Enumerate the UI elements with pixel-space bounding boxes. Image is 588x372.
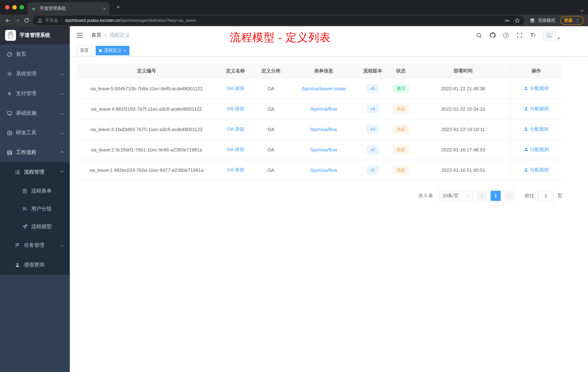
- chevron-up-icon: [61, 171, 64, 174]
- sidebar-item-process-management[interactable]: 流程管理: [0, 162, 70, 182]
- next-page-button[interactable]: ›: [504, 191, 514, 201]
- new-tab-button[interactable]: +: [114, 3, 122, 11]
- github-icon[interactable]: [489, 32, 496, 39]
- cell-definition-id: oa_leave:2:3c1f0ef1-76b1-11ec-9c66-a2380…: [77, 139, 216, 160]
- user-menu[interactable]: ▾: [543, 30, 560, 40]
- back-button[interactable]: [3, 16, 12, 25]
- sidebar-item-system[interactable]: 系统管理: [0, 64, 70, 84]
- sidebar-item-user-group[interactable]: 用户分组: [0, 200, 70, 218]
- annotation-text: 流程模型 - 定义列表: [230, 30, 331, 45]
- next-icon: ›: [509, 193, 510, 199]
- chrome-update-button[interactable]: 更新 ⋮: [560, 16, 584, 25]
- form-link[interactable]: /bpm/oa/flow: [310, 106, 337, 111]
- assign-rule-link[interactable]: 分配规则: [524, 126, 549, 132]
- pagination: 共 5 条 10条/页 ‹ 1 › 前往 页: [77, 191, 562, 201]
- cell-status: 激活: [386, 78, 416, 99]
- column-actions: 操作: [510, 64, 562, 78]
- definition-name-link[interactable]: OA 请假: [227, 126, 244, 132]
- chevron-down-icon: [581, 9, 584, 12]
- screen: 芋道管理系统 × + 不安全 dashboard.yudao.iocoder.c…: [0, 0, 588, 372]
- chevron-down-icon: [61, 131, 64, 134]
- tab-search-button[interactable]: [581, 6, 583, 13]
- sidebar-item-devtools[interactable]: 研发工具: [0, 123, 70, 143]
- cell-form-info: /bpm/oa/flow: [287, 160, 360, 180]
- reload-button[interactable]: [22, 16, 31, 25]
- password-key-icon[interactable]: [505, 18, 510, 23]
- assign-rule-link[interactable]: 分配规则: [524, 146, 549, 153]
- form-link[interactable]: /bpm/oa/flow: [310, 127, 337, 132]
- sidebar: 芋道管理系统 首页 系统管理 ¥ 支付管: [0, 26, 70, 372]
- tag-close-icon[interactable]: ×: [124, 48, 126, 53]
- prev-icon: ‹: [481, 193, 483, 199]
- cell-deploy-time: 2022-01-16 01:40:51: [416, 160, 510, 180]
- sidebar-toggle[interactable]: [76, 32, 83, 39]
- version-badge: v1: [367, 166, 378, 174]
- definition-name-link[interactable]: OA 请假: [227, 86, 244, 91]
- tab-close-icon[interactable]: ×: [103, 6, 106, 11]
- chevron-down-icon: [61, 72, 64, 76]
- cell-deploy-time: 2022-01-16 17:46:53: [416, 139, 510, 160]
- assign-rule-link[interactable]: 分配规则: [524, 167, 549, 173]
- definition-name-link[interactable]: OA 请假: [227, 167, 244, 173]
- header-actions: ? TT ▾: [476, 30, 560, 40]
- sidebar-item-workflow[interactable]: 工作流程: [0, 143, 70, 162]
- sidebar-item-payment[interactable]: ¥ 支付管理: [0, 84, 70, 103]
- tag-process-definition[interactable]: 流程定义 ×: [96, 46, 129, 55]
- sidebar-item-process-model[interactable]: 流程模型: [0, 218, 70, 236]
- sidebar-item-label: 首页: [16, 51, 26, 57]
- search-icon[interactable]: [476, 32, 483, 39]
- status-badge: 激活: [393, 84, 409, 93]
- cell-actions: 分配规则: [510, 139, 562, 160]
- cell-definition-name: OA 请假: [216, 78, 254, 99]
- font-size-icon[interactable]: TT: [529, 32, 537, 39]
- breadcrumb-separator: /: [105, 33, 106, 38]
- browser-menu-icon[interactable]: ⋮: [575, 18, 580, 23]
- sidebar-item-home[interactable]: 首页: [0, 44, 70, 64]
- assign-rule-link[interactable]: 分配规则: [524, 106, 549, 112]
- table-row: oa_leave:2:3c1f0ef1-76b1-11ec-9c66-a2380…: [77, 139, 562, 160]
- column-status: 状态: [386, 64, 416, 78]
- column-definition-category: 定义分类: [254, 64, 287, 78]
- zoom-window-button[interactable]: [20, 5, 24, 10]
- forward-button[interactable]: [12, 16, 22, 25]
- form-link[interactable]: /bpm/oa/flow: [310, 147, 337, 152]
- browser-tab[interactable]: 芋道管理系统 ×: [27, 2, 109, 15]
- user-icon: [524, 86, 529, 91]
- address-bar[interactable]: 不安全 dashboard.yudao.iocoder.cn/bpm/manag…: [33, 16, 524, 25]
- cell-status: 挂起: [386, 119, 416, 139]
- definition-name-link[interactable]: OA 请假: [227, 147, 244, 152]
- app-window: 芋道管理系统 首页 系统管理 ¥ 支付管: [0, 26, 588, 372]
- sidebar-item-infrastructure[interactable]: 基础设施: [0, 103, 70, 123]
- fullscreen-icon[interactable]: [516, 32, 523, 39]
- close-window-button[interactable]: [5, 5, 10, 10]
- bookmark-star-icon[interactable]: [514, 18, 520, 23]
- breadcrumb-home[interactable]: 首页: [91, 32, 101, 39]
- form-link[interactable]: /bpm/oa/flow: [310, 167, 337, 173]
- sidebar-item-leave-query[interactable]: 请假查询: [0, 255, 70, 275]
- goto-page-input[interactable]: [538, 191, 554, 201]
- page-size-select[interactable]: 10条/页: [439, 191, 473, 201]
- active-tag-dot: [99, 49, 102, 52]
- cell-version: v2: [360, 139, 386, 160]
- page-size-value: 10条/页: [442, 192, 459, 199]
- breadcrumb-current: 流程定义: [109, 32, 130, 39]
- minimize-window-button[interactable]: [12, 5, 17, 10]
- cell-version: v4: [360, 99, 386, 119]
- page-button-1[interactable]: 1: [491, 191, 501, 201]
- tag-home[interactable]: 首页: [77, 46, 92, 55]
- app-logo[interactable]: 芋道管理系统: [0, 26, 70, 44]
- form-link[interactable]: /bpm/oa/leave/create: [302, 86, 346, 91]
- cell-status: 挂起: [386, 139, 416, 160]
- assign-rule-link[interactable]: 分配规则: [524, 85, 549, 92]
- prev-page-button[interactable]: ‹: [477, 191, 487, 201]
- sidebar-item-process-form[interactable]: 流程表单: [0, 182, 70, 200]
- url-domain: dashboard.yudao.iocoder.cn: [65, 18, 120, 23]
- assign-rule-label: 分配规则: [530, 85, 549, 92]
- help-icon[interactable]: ?: [503, 32, 510, 39]
- list-icon: [15, 169, 20, 175]
- sidebar-item-label: 流程模型: [31, 223, 52, 230]
- cell-status: 挂起: [386, 160, 416, 180]
- definition-name-link[interactable]: OA 请假: [227, 106, 244, 111]
- sidebar-item-task-management[interactable]: 任务管理: [0, 236, 70, 255]
- status-badge: 挂起: [393, 145, 409, 154]
